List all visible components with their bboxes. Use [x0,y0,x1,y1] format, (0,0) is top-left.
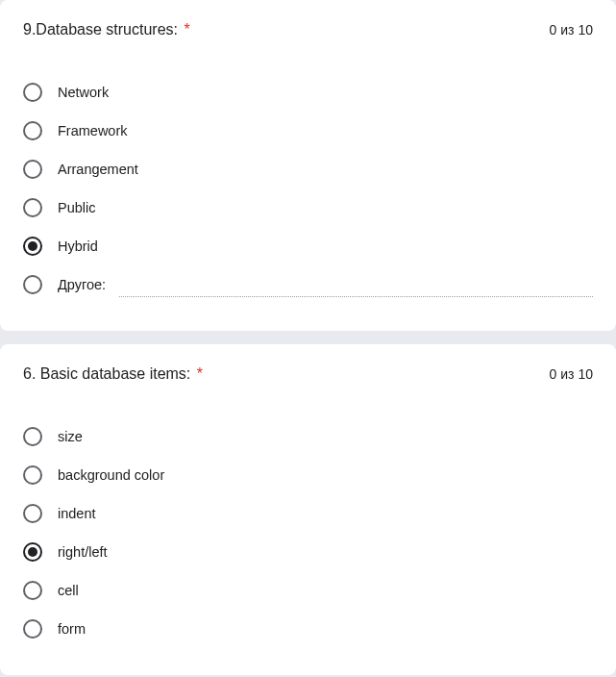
radio-icon [23,275,42,294]
question-title-wrap: 9.Database structures: * [23,21,190,38]
question-title: 6. Basic database items: [23,365,190,382]
radio-icon [23,83,42,102]
option-label: Framework [58,123,128,138]
option-label: Arrangement [58,162,138,177]
radio-option[interactable]: Framework [23,112,593,150]
radio-option[interactable]: Public [23,188,593,227]
option-label: cell [58,583,79,598]
option-label: indent [58,506,96,521]
radio-icon [23,237,42,256]
question-title: 9.Database structures: [23,21,178,38]
option-label: size [58,429,83,444]
option-label: right/left [58,544,108,560]
radio-option[interactable]: Arrangement [23,150,593,188]
option-label: Network [58,85,109,100]
radio-option[interactable]: Network [23,73,593,112]
radio-icon [23,542,42,562]
radio-icon [23,465,42,485]
radio-option[interactable]: size [23,417,593,456]
question-header: 9.Database structures: * 0 из 10 [23,21,593,38]
other-label: Другое: [58,277,106,292]
radio-option[interactable]: indent [23,494,593,533]
radio-icon [23,198,42,217]
required-mark: * [184,21,189,38]
points-label: 0 из 10 [550,22,593,38]
option-label: form [58,621,86,637]
points-label: 0 из 10 [550,366,593,382]
radio-icon [23,581,42,600]
question-header: 6. Basic database items: * 0 из 10 [23,365,593,383]
option-label: background color [58,467,164,483]
radio-icon [23,160,42,179]
radio-option[interactable]: right/left [23,533,593,571]
option-label: Public [58,200,96,215]
options-group: size background color indent right/left … [23,417,593,648]
options-group: Network Framework Arrangement Public Hyb… [23,73,593,304]
radio-option[interactable]: Hybrid [23,227,593,265]
required-mark: * [197,365,203,382]
radio-icon [23,504,42,523]
option-label: Hybrid [58,238,98,254]
question-title-wrap: 6. Basic database items: * [23,365,203,383]
other-input[interactable] [119,273,593,297]
question-card: 9.Database structures: * 0 из 10 Network… [0,0,616,331]
radio-option-other[interactable]: Другое: [23,265,593,304]
radio-icon [23,121,42,140]
radio-option[interactable]: background color [23,456,593,494]
radio-option[interactable]: form [23,610,593,648]
radio-option[interactable]: cell [23,571,593,610]
radio-icon [23,619,42,639]
question-card: 6. Basic database items: * 0 из 10 size … [0,344,616,675]
radio-icon [23,427,42,446]
